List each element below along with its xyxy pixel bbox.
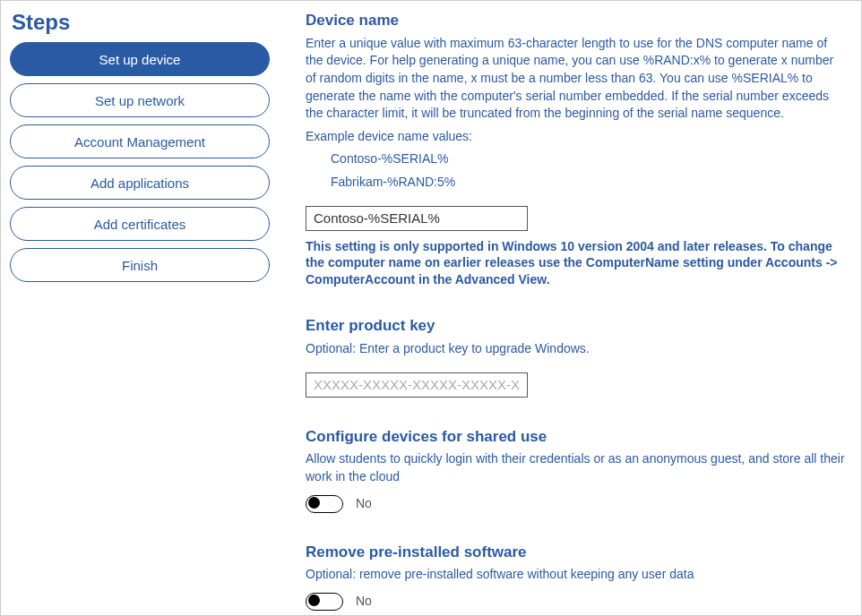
product-key-description: Optional: Enter a product key to upgrade… [306,340,845,358]
shared-use-toggle[interactable] [306,495,343,513]
step-set-up-network[interactable]: Set up network [10,83,270,117]
shared-use-heading: Configure devices for shared use [306,426,845,448]
step-set-up-device[interactable]: Set up device [10,42,270,76]
remove-software-toggle[interactable] [306,593,343,611]
shared-use-toggle-row: No [306,495,845,513]
device-name-description: Enter a unique value with maximum 63-cha… [306,35,845,123]
device-name-example-label: Example device name values: [306,128,845,146]
remove-software-toggle-row: No [306,593,845,611]
shared-use-description: Allow students to quickly login with the… [306,450,845,485]
step-add-certificates[interactable]: Add certificates [10,207,270,241]
steps-heading: Steps [10,10,270,35]
product-key-heading: Enter product key [306,315,845,337]
shared-use-toggle-label: No [356,495,372,513]
remove-software-description: Optional: remove pre-installed software … [306,566,845,584]
remove-software-heading: Remove pre-installed software [306,542,845,563]
device-name-section: Device name Enter a unique value with ma… [306,10,845,288]
device-name-example-2: Fabrikam-%RAND:5% [331,174,845,192]
product-key-section: Enter product key Optional: Enter a prod… [306,315,845,397]
device-name-example-1: Contoso-%SERIAL% [331,150,845,168]
steps-sidebar: Steps Set up device Set up network Accou… [10,10,297,606]
step-add-applications[interactable]: Add applications [10,166,270,200]
step-finish[interactable]: Finish [10,248,270,282]
shared-use-section: Configure devices for shared use Allow s… [306,426,845,513]
product-key-input[interactable] [306,372,528,398]
device-name-note: This setting is only supported in Window… [306,238,845,289]
remove-software-section: Remove pre-installed software Optional: … [306,542,845,611]
remove-software-toggle-label: No [356,593,372,611]
device-name-heading: Device name [306,10,845,31]
step-account-management[interactable]: Account Management [10,124,270,158]
device-name-input[interactable] [306,206,528,231]
main-panel: Device name Enter a unique value with ma… [297,10,845,606]
